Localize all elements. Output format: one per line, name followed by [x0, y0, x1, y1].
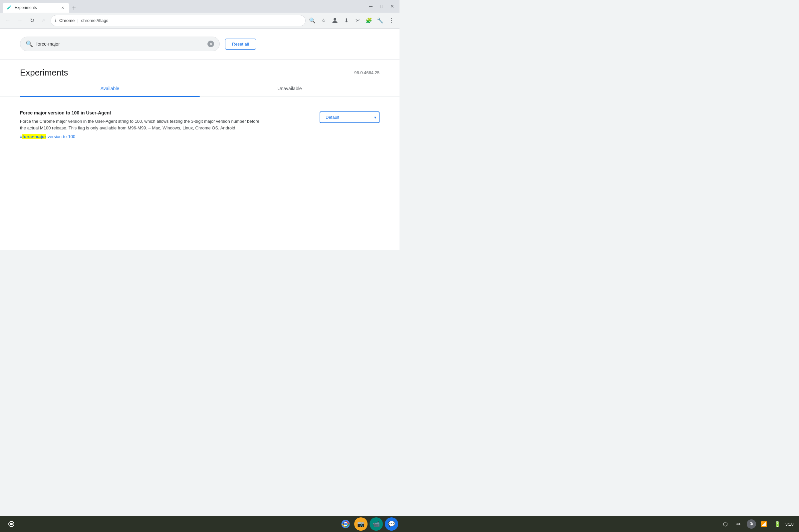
menu-icon[interactable]: ⋮ [386, 15, 397, 26]
flag-title: Force major version to 100 in User-Agent [20, 110, 306, 115]
tab-title: Experiments [15, 5, 37, 10]
url-protocol: Chrome [59, 18, 75, 23]
flag-description: Force the Chrome major version in the Us… [20, 118, 266, 131]
download-icon[interactable]: ⬇ [341, 15, 352, 26]
home-button[interactable]: ⌂ [39, 15, 49, 26]
version-number: 96.0.4664.25 [354, 70, 379, 75]
tabs-row: Available Unavailable [20, 80, 379, 96]
tab-favicon: 🧪 [7, 5, 12, 10]
search-input[interactable] [36, 41, 204, 46]
search-box: 🔍 ✕ [20, 37, 220, 51]
search-bar-area: 🔍 ✕ Reset all [0, 28, 400, 60]
svg-point-0 [334, 18, 336, 21]
flags-list: Force major version to 100 in User-Agent… [0, 97, 400, 152]
page-title: Experiments [20, 68, 68, 78]
toolbar-icons: 🔍 ☆ ⬇ ✂ 🧩 🔧 ⋮ [307, 15, 397, 26]
title-bar-controls: ─ □ ✕ [366, 2, 397, 11]
address-bar: ← → ↻ ⌂ ℹ Chrome | chrome://flags 🔍 ☆ ⬇ … [0, 13, 400, 28]
refresh-button[interactable]: ↻ [26, 15, 37, 26]
flag-link-highlight: force-major [22, 134, 46, 139]
tab-unavailable[interactable]: Unavailable [200, 80, 379, 96]
flag-select-container: Default Enabled Disabled ▾ [320, 112, 379, 123]
forward-button[interactable]: → [15, 15, 25, 26]
search-icon[interactable]: 🔍 [307, 15, 318, 26]
tab-available[interactable]: Available [20, 80, 200, 96]
reset-all-button[interactable]: Reset all [225, 39, 256, 50]
tab-bar: 🧪 Experiments ✕ + [3, 0, 364, 13]
maximize-button[interactable]: □ [377, 2, 386, 11]
flag-link-wrapper: #force-major-version-to-100 [20, 134, 306, 139]
url-security-icon: ℹ [55, 18, 57, 23]
back-button[interactable]: ← [3, 15, 13, 26]
main-content: 🔍 ✕ Reset all Experiments 96.0.4664.25 A… [0, 28, 400, 250]
flag-select[interactable]: Default Enabled Disabled [320, 112, 379, 123]
flag-select-wrapper: Default Enabled Disabled ▾ [320, 112, 379, 123]
search-clear-button[interactable]: ✕ [207, 41, 214, 47]
extensions-icon[interactable]: 🧩 [364, 15, 374, 26]
search-box-icon: 🔍 [26, 40, 33, 48]
flag-item: Force major version to 100 in User-Agent… [20, 105, 379, 145]
scissors-icon[interactable]: ✂ [352, 15, 363, 26]
profile-icon[interactable] [330, 15, 340, 26]
bookmark-icon[interactable]: ☆ [318, 15, 329, 26]
experiments-header: Experiments 96.0.4664.25 [0, 60, 400, 80]
flag-content: Force major version to 100 in User-Agent… [20, 110, 306, 139]
url-path: chrome://flags [81, 18, 109, 23]
flag-link-suffix: -version-to-100 [46, 134, 75, 139]
url-bar[interactable]: ℹ Chrome | chrome://flags [51, 15, 305, 26]
minimize-button[interactable]: ─ [366, 2, 375, 11]
flag-link[interactable]: #force-major-version-to-100 [20, 134, 75, 139]
close-button[interactable]: ✕ [388, 2, 397, 11]
title-bar: 🧪 Experiments ✕ + ─ □ ✕ [0, 0, 400, 13]
url-divider: | [77, 18, 78, 23]
tabs-container: Available Unavailable [0, 80, 400, 97]
new-tab-button[interactable]: + [69, 3, 78, 13]
tab-close-button[interactable]: ✕ [60, 5, 65, 10]
extra-extension-icon[interactable]: 🔧 [375, 15, 386, 26]
active-tab[interactable]: 🧪 Experiments ✕ [3, 3, 69, 13]
